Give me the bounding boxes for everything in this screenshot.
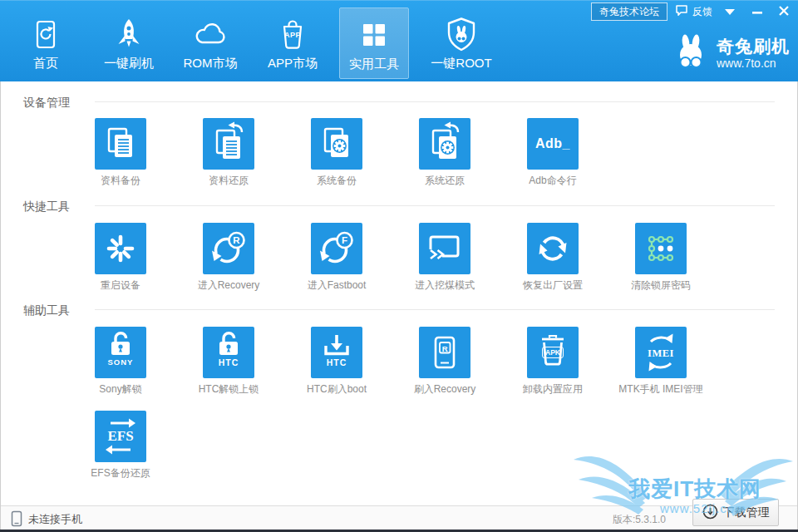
tool-adb-command-line[interactable]: Adb_ Adb命令行 [527,118,579,195]
nav-one-key-flash-label: 一键刷机 [104,56,154,71]
tool-label: Sony解锁 [99,382,141,397]
download-manager-button[interactable]: 下载管理 [692,499,779,526]
tool-htc-unlock-relock[interactable]: HTC HTC解锁上锁 [203,327,254,403]
rocket-icon [111,14,147,54]
tool-label: EFS备份还原 [91,466,150,480]
section-title-device-management: 设备管理 [23,96,70,111]
tool-htc-flash-boot[interactable]: HTC HTC刷入boot [311,327,362,403]
tool-restart-device[interactable]: 重启设备 [95,223,146,299]
imei-refresh-icon: IMEI [635,327,687,378]
htc-padlock-icon: HTC [203,327,254,378]
data-backup-documents-icon [95,118,146,170]
tool-label: 资料还原 [209,174,249,188]
cloud-icon [191,14,229,54]
minimize-icon [752,6,762,17]
app-logo: 奇兔刷机 www.7to.cn [672,32,790,74]
tool-uninstall-builtin-apps[interactable]: APK 卸载内置应用 [527,327,579,403]
shopping-bag-icon: APP [274,14,311,54]
window-border-left [0,81,1,530]
section-title-auxiliary-tools: 辅助工具 [23,303,70,318]
tool-label: 进入Recovery [198,278,260,293]
tool-system-backup[interactable]: 系统备份 [311,118,362,195]
trash-apk-icon: APK [527,327,579,378]
tool-label: MTK手机 IMEI管理 [618,382,702,397]
section-divider [95,101,775,102]
pattern-lock-icon [635,223,687,274]
nav-one-key-root[interactable]: 一键ROOT [421,7,501,79]
tool-label: 进入Fastboot [308,278,367,293]
nav-utility-tools-label: 实用工具 [349,57,399,72]
data-restore-documents-arrow-icon [203,118,254,170]
fastboot-letter: F [339,235,350,245]
feedback-button[interactable]: 反馈 [675,2,712,21]
tool-sony-unlock[interactable]: SONY Sony解锁 [95,327,146,403]
nav-rom-market[interactable]: ROM市场 [170,7,250,79]
tool-enter-download-mode[interactable]: 进入挖煤模式 [419,223,470,299]
recovery-circle-arrow-icon: R [203,223,254,274]
htc-boot-download-icon: HTC [311,327,362,378]
tool-data-backup[interactable]: 资料备份 [95,118,146,195]
efs-text: EFS [95,428,146,445]
header-bar: 首页 一键刷机 ROM市场 APP [0,0,798,81]
htc-text: HTC [203,357,254,367]
tool-label: 刷入Recovery [414,382,476,397]
minimize-button[interactable] [745,2,770,21]
nav-home-label: 首页 [33,56,58,71]
tool-clear-lockscreen-password[interactable]: 清除锁屏密码 [635,223,687,299]
tool-row-efs: EFS EFS备份还原 [95,411,146,487]
section-divider [95,205,775,206]
imei-text: IMEI [635,347,687,360]
tool-mtk-imei-manager[interactable]: IMEI MTK手机 IMEI管理 [635,327,687,403]
chevron-down-icon [725,6,735,17]
phone-recovery-icon: R [419,327,470,378]
tool-data-restore[interactable]: 资料还原 [203,118,254,195]
phone-r-letter: R [440,344,451,353]
close-button[interactable] [771,2,796,21]
tool-row-quick-tools: 重启设备 R 进入Recovery F 进入Fastboot [95,223,687,299]
speech-bubble-icon [675,4,688,19]
nav-app-market[interactable]: APP APP市场 [253,7,332,79]
tool-label: 清除锁屏密码 [631,278,691,293]
tool-label: 重启设备 [101,278,140,293]
adb-text: Adb_ [527,136,579,151]
tool-efs-backup-restore[interactable]: EFS EFS备份还原 [95,411,146,487]
tool-enter-recovery[interactable]: R 进入Recovery [203,223,254,299]
screen-arrows-icon [419,223,470,274]
refresh-circular-arrows-icon [527,223,579,274]
connection-status: 未连接手机 [28,512,82,527]
tool-factory-reset[interactable]: 恢复出厂设置 [527,223,579,299]
tool-label: 资料备份 [101,174,140,188]
tool-system-restore[interactable]: 系统还原 [419,118,470,195]
nav-one-key-flash[interactable]: 一键刷机 [89,7,169,79]
version-label: 版本:5.3.1.0 [613,513,666,527]
shield-rabbit-icon [443,14,480,54]
download-manager-label: 下载管理 [723,505,770,520]
feedback-label: 反馈 [692,5,712,19]
home-phone-refresh-icon [27,14,64,54]
htc-boot-text: HTC [311,357,362,367]
status-bar: 未连接手机 版本:5.3.1.0 [0,505,798,530]
forum-button[interactable]: 奇兔技术论坛 [591,2,667,21]
efs-arrows-icon: EFS [95,411,146,462]
sony-text: SONY [95,357,146,367]
logo-site: www.7to.cn [717,57,790,70]
close-icon [779,6,789,18]
tool-row-auxiliary-tools: SONY Sony解锁 HTC HTC解锁上锁 HTC HTC刷入boot [95,327,687,403]
nav-home[interactable]: 首页 [6,7,86,79]
tool-flash-recovery[interactable]: R 刷入Recovery [419,327,470,403]
nav-utility-tools-selected[interactable]: 实用工具 [339,7,409,79]
nav-rom-market-label: ROM市场 [184,56,238,71]
tools-grid-icon [357,15,391,55]
app-bag-text: APP [284,31,301,39]
dropdown-caret-button[interactable] [717,2,743,21]
adb-command-icon: Adb_ [527,118,579,170]
tool-label: 系统备份 [317,174,357,188]
tool-enter-fastboot[interactable]: F 进入Fastboot [311,223,362,299]
restart-spinner-icon [95,223,146,274]
sony-padlock-icon: SONY [95,327,146,378]
tool-label: HTC解锁上锁 [199,382,259,397]
section-divider [95,309,775,310]
tool-label: 进入挖煤模式 [415,278,475,293]
system-restore-gear-arrow-icon [419,118,470,170]
tool-row-device-management: 资料备份 资料还原 [95,118,579,195]
